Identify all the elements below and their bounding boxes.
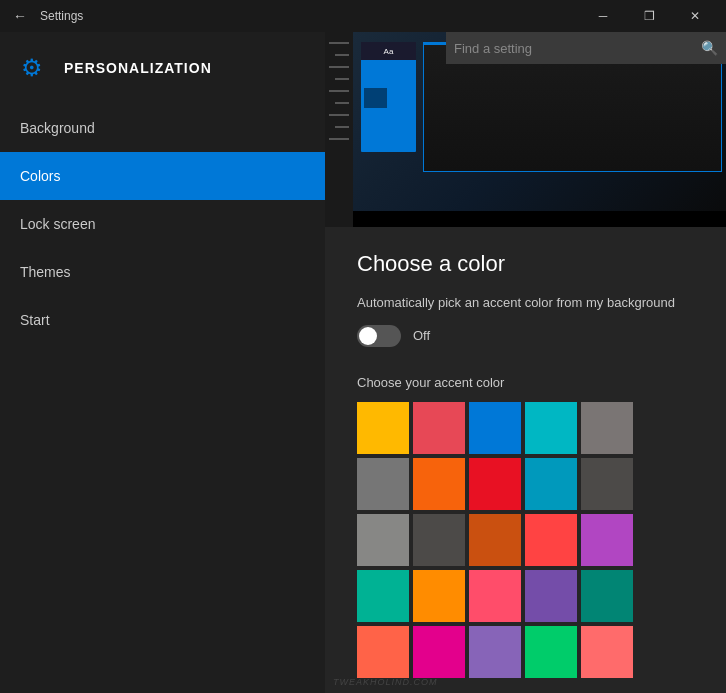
color-swatch-0[interactable] bbox=[357, 402, 409, 454]
app-container: ⚙ PERSONALIZATION Background Colors Lock… bbox=[0, 32, 726, 693]
titlebar: ← Settings ─ ❒ ✕ bbox=[0, 0, 726, 32]
color-swatch-23[interactable] bbox=[525, 626, 577, 678]
app-title: PERSONALIZATION bbox=[64, 60, 212, 76]
preview-ruler bbox=[325, 32, 353, 227]
search-icon: 🔍 bbox=[701, 40, 718, 56]
color-swatch-16[interactable] bbox=[413, 570, 465, 622]
ruler-line-1 bbox=[329, 42, 349, 44]
themes-label: Themes bbox=[20, 264, 71, 280]
ruler-line-9 bbox=[329, 138, 349, 140]
preview-window-top: Aa bbox=[361, 42, 416, 60]
color-swatch-18[interactable] bbox=[525, 570, 577, 622]
sidebar-item-themes[interactable]: Themes bbox=[0, 248, 325, 296]
sidebar-item-lock-screen[interactable]: Lock screen bbox=[0, 200, 325, 248]
watermark: TWEAKHOLIND.COM bbox=[333, 677, 438, 687]
ruler-line-5 bbox=[329, 90, 349, 92]
auto-desc: Automatically pick an accent color from … bbox=[357, 293, 694, 313]
background-label: Background bbox=[20, 120, 95, 136]
color-swatch-12[interactable] bbox=[469, 514, 521, 566]
ruler-line-3 bbox=[329, 66, 349, 68]
color-swatch-6[interactable] bbox=[413, 458, 465, 510]
color-swatch-19[interactable] bbox=[581, 570, 633, 622]
tile-3 bbox=[364, 88, 387, 108]
sidebar-item-start[interactable]: Start bbox=[0, 296, 325, 344]
colors-label: Colors bbox=[20, 168, 60, 184]
toggle-knob bbox=[359, 327, 377, 345]
search-input[interactable] bbox=[454, 41, 701, 56]
color-swatch-4[interactable] bbox=[581, 402, 633, 454]
ruler-line-6 bbox=[335, 102, 349, 104]
sidebar-item-background[interactable]: Background bbox=[0, 104, 325, 152]
color-swatch-5[interactable] bbox=[357, 458, 409, 510]
sidebar: ⚙ PERSONALIZATION Background Colors Lock… bbox=[0, 32, 325, 693]
color-swatch-21[interactable] bbox=[413, 626, 465, 678]
accent-title: Choose your accent color bbox=[357, 375, 694, 390]
color-swatch-10[interactable] bbox=[357, 514, 409, 566]
toggle-label: Off bbox=[413, 328, 430, 343]
color-grid bbox=[357, 402, 694, 678]
content-area: 🔍 Aa bbox=[325, 32, 726, 693]
color-swatch-24[interactable] bbox=[581, 626, 633, 678]
sidebar-item-colors[interactable]: Colors bbox=[0, 152, 325, 200]
tile-4 bbox=[390, 88, 413, 108]
ruler-line-7 bbox=[329, 114, 349, 116]
color-swatch-15[interactable] bbox=[357, 570, 409, 622]
color-swatch-8[interactable] bbox=[525, 458, 577, 510]
titlebar-left: ← Settings bbox=[8, 4, 83, 28]
color-swatch-22[interactable] bbox=[469, 626, 521, 678]
lock-screen-label: Lock screen bbox=[20, 216, 95, 232]
color-swatch-7[interactable] bbox=[469, 458, 521, 510]
tile-2 bbox=[390, 65, 413, 85]
maximize-button[interactable]: ❒ bbox=[626, 0, 672, 32]
back-button[interactable]: ← bbox=[8, 4, 32, 28]
search-bar: 🔍 bbox=[446, 32, 726, 64]
color-swatch-11[interactable] bbox=[413, 514, 465, 566]
minimize-button[interactable]: ─ bbox=[580, 0, 626, 32]
main-content: Choose a color Automatically pick an acc… bbox=[325, 227, 726, 693]
tile-1 bbox=[364, 65, 387, 85]
color-swatch-3[interactable] bbox=[525, 402, 577, 454]
preview-taskbar bbox=[353, 211, 726, 227]
color-swatch-14[interactable] bbox=[581, 514, 633, 566]
section-title: Choose a color bbox=[357, 251, 694, 277]
ruler-line-2 bbox=[335, 54, 349, 56]
color-swatch-17[interactable] bbox=[469, 570, 521, 622]
color-swatch-9[interactable] bbox=[581, 458, 633, 510]
gear-icon: ⚙ bbox=[16, 52, 48, 84]
ruler-line-4 bbox=[335, 78, 349, 80]
toggle-row: Off bbox=[357, 325, 694, 347]
color-swatch-20[interactable] bbox=[357, 626, 409, 678]
preview-start-menu: Aa bbox=[361, 42, 416, 152]
window-title: Settings bbox=[40, 9, 83, 23]
color-swatch-13[interactable] bbox=[525, 514, 577, 566]
color-swatch-2[interactable] bbox=[469, 402, 521, 454]
color-swatch-1[interactable] bbox=[413, 402, 465, 454]
close-button[interactable]: ✕ bbox=[672, 0, 718, 32]
window-controls: ─ ❒ ✕ bbox=[580, 0, 718, 32]
auto-accent-toggle[interactable] bbox=[357, 325, 401, 347]
ruler-line-8 bbox=[335, 126, 349, 128]
tile-5 bbox=[364, 111, 413, 141]
preview-tiles bbox=[361, 62, 416, 144]
start-label: Start bbox=[20, 312, 50, 328]
sidebar-header: ⚙ PERSONALIZATION bbox=[0, 32, 325, 104]
